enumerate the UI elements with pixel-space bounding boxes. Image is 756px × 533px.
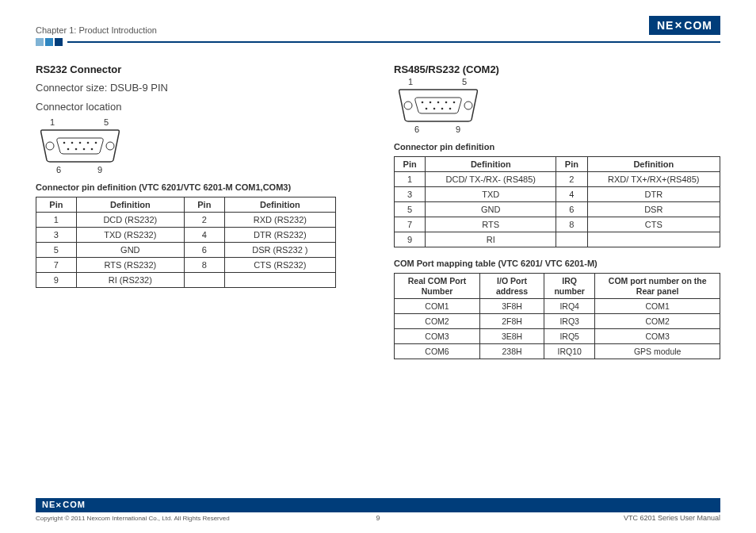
svg-point-13 bbox=[422, 102, 424, 104]
page-footer: NE✕COM Copyright © 2011 Nexcom Internati… bbox=[36, 498, 720, 522]
pin-definition-table: PinDefinitionPinDefinition 1DCD/ TX-/RX-… bbox=[394, 156, 720, 247]
table-cell: 2 bbox=[556, 172, 587, 187]
accent-square bbox=[36, 38, 44, 46]
table-cell: DTR (RS232) bbox=[224, 228, 335, 243]
svg-point-1 bbox=[106, 142, 114, 150]
table-cell: DSR bbox=[587, 202, 720, 217]
table-cell bbox=[587, 232, 720, 247]
connector-icon bbox=[399, 88, 478, 123]
pin-label: 5 bbox=[462, 77, 467, 86]
table-caption: COM Port mapping table (VTC 6201/ VTC 62… bbox=[394, 259, 720, 268]
com-port-mapping-table: Real COM Port NumberI/O Port addressIRQ … bbox=[394, 273, 720, 359]
table-row: 1DCD (RS232)2RXD (RS232) bbox=[36, 213, 336, 228]
page-number: 9 bbox=[376, 514, 380, 522]
table-cell: 1 bbox=[36, 213, 77, 228]
table-cell: 3 bbox=[36, 228, 77, 243]
table-cell: GND bbox=[426, 202, 556, 217]
pin-label: 5 bbox=[104, 117, 109, 127]
table-cell: 3F8H bbox=[480, 299, 544, 314]
table-cell: COM3 bbox=[395, 329, 480, 344]
pin-label: 9 bbox=[97, 165, 102, 174]
table-cell bbox=[184, 273, 224, 288]
table-cell: DSR (RS232 ) bbox=[224, 243, 335, 258]
table-cell: 2 bbox=[184, 213, 224, 228]
table-cell: IRQ4 bbox=[544, 299, 595, 314]
svg-point-6 bbox=[95, 142, 97, 144]
pin-label: 6 bbox=[414, 125, 419, 134]
connector-size: Connector size: DSUB-9 PIN bbox=[36, 80, 362, 96]
table-cell: IRQ5 bbox=[544, 329, 595, 344]
table-header-cell: Definition bbox=[76, 197, 184, 213]
table-cell: CTS bbox=[587, 217, 720, 232]
copyright-text: Copyright © 2011 Nexcom International Co… bbox=[36, 515, 230, 522]
table-header-row: Real COM Port NumberI/O Port addressIRQ … bbox=[395, 274, 720, 299]
table-cell: 4 bbox=[184, 228, 224, 243]
table-row: 7RTS8CTS bbox=[395, 217, 720, 232]
table-cell: IRQ10 bbox=[544, 344, 595, 359]
table-caption: Connector pin definition (VTC 6201/VTC 6… bbox=[36, 182, 362, 192]
table-row: COM33E8HIRQ5COM3 bbox=[395, 329, 720, 344]
table-cell: GND bbox=[76, 243, 184, 258]
table-cell: 9 bbox=[395, 232, 426, 247]
svg-point-0 bbox=[46, 142, 54, 150]
table-row: 7RTS (RS232)8CTS (RS232) bbox=[36, 258, 336, 273]
right-column: RS485/RS232 (COM2) 1 5 6 9 Connector pin… bbox=[394, 63, 720, 359]
table-cell: TXD (RS232) bbox=[76, 228, 184, 243]
svg-point-2 bbox=[63, 142, 66, 144]
table-cell: RXD/ TX+/RX+(RS485) bbox=[587, 172, 720, 187]
table-cell: RI bbox=[426, 232, 556, 247]
table-cell: RTS (RS232) bbox=[76, 258, 184, 273]
svg-point-12 bbox=[464, 102, 472, 109]
table-header-row: PinDefinitionPinDefinition bbox=[395, 157, 720, 172]
accent-square bbox=[55, 38, 63, 46]
svg-point-4 bbox=[79, 142, 82, 144]
svg-point-7 bbox=[67, 148, 70, 151]
table-cell: DCD (RS232) bbox=[76, 213, 184, 228]
svg-point-20 bbox=[441, 108, 444, 110]
svg-point-16 bbox=[445, 102, 448, 104]
table-cell: 7 bbox=[36, 258, 77, 273]
svg-point-5 bbox=[87, 142, 90, 144]
dsub9-diagram: 1 5 6 9 bbox=[399, 80, 486, 131]
table-row: COM22F8HIRQ3COM2 bbox=[395, 314, 720, 329]
table-cell: COM6 bbox=[395, 344, 480, 359]
table-row: 9RI bbox=[395, 232, 720, 247]
table-cell: COM2 bbox=[395, 314, 480, 329]
pin-label: 1 bbox=[408, 77, 413, 86]
svg-point-21 bbox=[449, 108, 452, 110]
table-caption: Connector pin definition bbox=[394, 142, 720, 151]
table-cell bbox=[556, 232, 587, 247]
svg-point-3 bbox=[71, 142, 74, 144]
table-header-cell: Pin bbox=[36, 197, 77, 213]
manual-name: VTC 6201 Series User Manual bbox=[624, 514, 720, 522]
table-cell: 238H bbox=[480, 344, 544, 359]
svg-point-10 bbox=[91, 148, 94, 151]
pin-definition-table: PinDefinitionPinDefinition 1DCD (RS232)2… bbox=[36, 197, 336, 288]
section-title: RS485/RS232 (COM2) bbox=[394, 63, 720, 75]
table-cell: DTR bbox=[587, 187, 720, 202]
table-header-cell: Definition bbox=[224, 197, 335, 213]
header-rule bbox=[36, 38, 720, 46]
header-line bbox=[67, 41, 720, 43]
table-cell: CTS (RS232) bbox=[224, 258, 335, 273]
svg-point-18 bbox=[426, 108, 428, 110]
table-cell: 6 bbox=[556, 202, 587, 217]
table-cell: COM3 bbox=[595, 329, 720, 344]
table-cell: COM1 bbox=[395, 299, 480, 314]
pin-label: 1 bbox=[50, 117, 55, 127]
table-row: 5GND6DSR bbox=[395, 202, 720, 217]
table-cell: RXD (RS232) bbox=[224, 213, 335, 228]
table-row: COM6238HIRQ10GPS module bbox=[395, 344, 720, 359]
table-row: COM13F8HIRQ4COM1 bbox=[395, 299, 720, 314]
pin-label: 6 bbox=[56, 165, 61, 174]
table-header-cell: Real COM Port Number bbox=[395, 274, 480, 299]
table-cell: 8 bbox=[184, 258, 224, 273]
table-cell: 1 bbox=[395, 172, 426, 187]
table-header-cell: IRQ number bbox=[544, 274, 595, 299]
svg-point-17 bbox=[453, 102, 456, 104]
table-cell: 8 bbox=[556, 217, 587, 232]
table-header-cell: COM port number on the Rear panel bbox=[595, 274, 720, 299]
table-header-cell: Pin bbox=[184, 197, 224, 213]
accent-square bbox=[45, 38, 53, 46]
table-cell: RI (RS232) bbox=[76, 273, 184, 288]
